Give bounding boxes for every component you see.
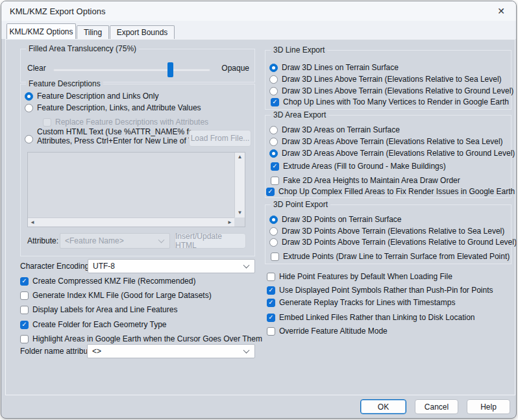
horizontal-scrollbar[interactable]: ◄ ► bbox=[28, 217, 234, 227]
radio-areas-above-sea[interactable]: Draw 3D Areas Above Terrain (Elevations … bbox=[269, 136, 503, 147]
button-label: Cancel bbox=[425, 402, 449, 412]
radio-label: Draw 3D Points on Terrain Surface bbox=[282, 215, 402, 224]
check-icon: ✓ bbox=[268, 314, 273, 321]
checkbox-chop-complex-areas[interactable]: ✓ Chop Up Complex Filled Areas to Fix Re… bbox=[266, 186, 515, 197]
chevron-down-icon bbox=[243, 262, 250, 269]
checkbox-embed-linked-files[interactable]: ✓ Embed Linked Files Rather than Linking… bbox=[267, 312, 475, 323]
scroll-down-icon[interactable]: ▼ bbox=[236, 208, 245, 217]
tab-label: Tiling bbox=[84, 28, 102, 37]
tab-page: Filled Area Translucency (75%) Clear Opa… bbox=[5, 39, 515, 395]
radio-feature-desc-links-attrs[interactable]: Feature Description, Links, and Attribut… bbox=[25, 103, 201, 113]
checkbox-generate-replay-tracks[interactable]: ✓ Generate Replay Tracks for Lines with … bbox=[267, 297, 455, 308]
radio-areas-above-ground[interactable]: Draw 3D Areas Above Terrain (Elevations … bbox=[269, 148, 515, 158]
translucency-slider-track[interactable] bbox=[53, 69, 210, 71]
checkbox-chop-lines[interactable]: ✓ Chop Up Lines with Too Many Vertices t… bbox=[271, 97, 509, 107]
radio-lines-above-ground[interactable]: Draw 3D Lines Above Terrain (Elevations … bbox=[269, 86, 513, 96]
insert-update-html-button: Insert/Update HTML bbox=[175, 233, 246, 249]
checkbox-label: Create Compressed KMZ File (Recommended) bbox=[32, 277, 195, 286]
checkbox-label: Embed Linked Files Rather than Linking t… bbox=[279, 313, 475, 322]
checkbox-fake-2d-heights[interactable]: Fake 2D Area Heights to Maintain Area Dr… bbox=[271, 175, 460, 186]
chevron-down-icon bbox=[243, 347, 250, 354]
scroll-right-icon[interactable]: ► bbox=[225, 218, 234, 227]
checkbox-label: Create Folder for Each Geometry Type bbox=[32, 320, 167, 329]
radio-lines-above-sea[interactable]: Draw 3D Lines Above Terrain (Elevations … bbox=[269, 74, 502, 84]
radio-icon bbox=[269, 227, 278, 236]
scroll-up-icon[interactable]: ▲ bbox=[236, 153, 245, 162]
radio-icon bbox=[269, 238, 278, 247]
checkbox-label: Use Displayed Point Symbols Rather than … bbox=[279, 286, 493, 295]
radio-icon bbox=[269, 126, 278, 134]
radio-lines-terrain-surface[interactable]: Draw 3D Lines on Terrain Surface bbox=[269, 62, 399, 73]
folder-name-attribute-label: Folder name attribute: bbox=[20, 347, 96, 356]
check-icon: ✓ bbox=[267, 188, 273, 195]
tab-export-bounds[interactable]: Export Bounds bbox=[110, 25, 175, 39]
checkbox-create-kmz[interactable]: ✓ Create Compressed KMZ File (Recommende… bbox=[20, 276, 195, 286]
character-encoding-label: Character Encoding: bbox=[20, 262, 91, 271]
checkbox-icon bbox=[20, 306, 29, 314]
radio-icon bbox=[269, 87, 278, 95]
radio-custom-html[interactable] bbox=[25, 134, 33, 144]
vertical-scrollbar[interactable]: ▲ ▼ bbox=[234, 153, 245, 217]
radio-points-above-sea[interactable]: Draw 3D Points Above Terrain (Elevations… bbox=[269, 226, 504, 236]
combobox-value: UTF-8 bbox=[93, 262, 115, 271]
character-encoding-combobox[interactable]: UTF-8 bbox=[88, 259, 255, 273]
radio-points-terrain-surface[interactable]: Draw 3D Points on Terrain Surface bbox=[269, 214, 402, 225]
radio-icon bbox=[25, 104, 33, 112]
radio-label: Draw 3D Areas Above Terrain (Elevations … bbox=[282, 149, 515, 158]
point-export-group-title: 3D Point Export bbox=[271, 200, 330, 209]
checkbox-label: Highlight Areas in Google Earth when the… bbox=[32, 334, 262, 343]
checkbox-icon bbox=[20, 335, 29, 343]
radio-areas-terrain-surface[interactable]: Draw 3D Areas on Terrain Surface bbox=[269, 125, 400, 135]
load-from-file-button: Load From File... bbox=[189, 130, 251, 147]
checkbox-create-folder[interactable]: ✓ Create Folder for Each Geometry Type bbox=[20, 319, 167, 330]
checkbox-checked-icon: ✓ bbox=[267, 286, 275, 295]
checkbox-override-altitude-mode[interactable]: Override Feature Altitude Mode bbox=[267, 326, 388, 336]
ok-button[interactable]: OK bbox=[360, 399, 406, 414]
checkbox-label: Chop Up Complex Filled Areas to Fix Rend… bbox=[278, 187, 515, 196]
area-export-group-title: 3D Area Export bbox=[271, 110, 328, 119]
tab-kml-kmz-options[interactable]: KML/KMZ Options bbox=[6, 23, 76, 39]
cancel-button[interactable]: Cancel bbox=[415, 399, 458, 414]
checkbox-checked-icon: ✓ bbox=[266, 188, 275, 196]
attribute-combobox: <Feature Name> bbox=[60, 233, 170, 249]
radio-label: Feature Description and Links Only bbox=[37, 92, 158, 101]
button-label: OK bbox=[378, 402, 389, 412]
check-icon: ✓ bbox=[268, 287, 273, 293]
tab-strip: KML/KMZ Options Tiling Export Bounds bbox=[1, 21, 516, 39]
radio-icon bbox=[269, 138, 278, 146]
check-icon: ✓ bbox=[272, 163, 277, 169]
checkbox-extrude-points[interactable]: Extrude Points (Draw Line to Terrain Sur… bbox=[271, 251, 510, 262]
checkbox-checked-icon: ✓ bbox=[271, 162, 279, 171]
line-export-group-title: 3D Line Export bbox=[271, 45, 327, 55]
checkbox-checked-icon: ✓ bbox=[20, 321, 29, 329]
checkbox-hide-point-features[interactable]: Hide Point Features by Default When Load… bbox=[267, 271, 452, 282]
checkbox-use-point-symbols[interactable]: ✓ Use Displayed Point Symbols Rather tha… bbox=[267, 285, 493, 295]
scroll-left-icon[interactable]: ◄ bbox=[28, 218, 37, 227]
checkbox-icon bbox=[20, 291, 29, 300]
help-button[interactable]: Help bbox=[467, 399, 510, 414]
radio-selected-icon bbox=[269, 216, 278, 224]
checkbox-generate-index-kml[interactable]: Generate Index KML File (Good for Large … bbox=[20, 290, 212, 301]
chevron-down-icon bbox=[158, 237, 165, 243]
checkbox-display-labels[interactable]: Display Labels for Area and Line Feature… bbox=[20, 304, 177, 315]
tab-tiling[interactable]: Tiling bbox=[77, 25, 109, 39]
checkbox-label: Fake 2D Area Heights to Maintain Area Dr… bbox=[283, 176, 460, 185]
line-export-group: 3D Line Export Draw 3D Lines on Terrain … bbox=[265, 50, 512, 110]
check-icon: ✓ bbox=[21, 321, 27, 328]
checkbox-highlight-areas[interactable]: Highlight Areas in Google Earth when the… bbox=[20, 334, 262, 344]
radio-label: Draw 3D Areas on Terrain Surface bbox=[282, 125, 400, 134]
tab-label: Export Bounds bbox=[117, 28, 168, 37]
custom-html-label: Custom HTML Text (Use %ATTR_NAME% for At… bbox=[37, 127, 205, 145]
close-icon[interactable]: ✕ bbox=[491, 3, 511, 19]
feature-descriptions-group: Feature Descriptions Feature Description… bbox=[20, 84, 255, 256]
checkbox-label: Hide Point Features by Default When Load… bbox=[279, 272, 452, 281]
titlebar: KML/KMZ Export Options ✕ bbox=[1, 1, 516, 21]
feature-descriptions-group-title: Feature Descriptions bbox=[26, 79, 103, 88]
translucency-slider-thumb[interactable] bbox=[167, 62, 173, 77]
radio-feature-desc-links-only[interactable]: Feature Description and Links Only bbox=[25, 91, 158, 101]
attribute-label: Attribute: bbox=[27, 236, 58, 245]
radio-points-above-ground[interactable]: Draw 3D Points Above Terrain (Elevations… bbox=[269, 237, 517, 247]
folder-name-attribute-combobox[interactable]: <> bbox=[87, 344, 255, 358]
checkbox-extrude-areas[interactable]: ✓ Extrude Areas (Fill to Ground - Make B… bbox=[271, 161, 446, 171]
point-export-group: 3D Point Export Draw 3D Points on Terrai… bbox=[265, 204, 512, 264]
